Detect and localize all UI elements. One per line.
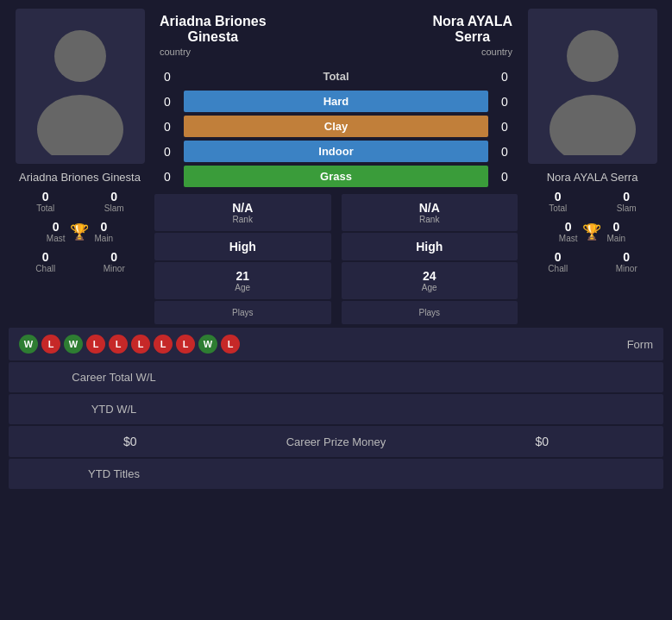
right-age-lbl: Age <box>347 283 513 292</box>
form-loss-badge: L <box>131 335 150 354</box>
left-center-panels: N/A Rank High 21 Age Plays <box>151 194 335 324</box>
left-rank-lbl: Rank <box>160 215 326 224</box>
comparison-top: Ariadna Briones Ginesta 0 Total 0 Slam 0… <box>9 9 663 324</box>
main-container: Ariadna Briones Ginesta 0 Total 0 Slam 0… <box>0 0 672 499</box>
right-mast-label: Mast <box>559 234 578 243</box>
left-indoor-surf: 0 <box>151 145 184 159</box>
form-row: WLWLLLLLWLForm <box>9 328 663 360</box>
right-rank-lbl: Rank <box>347 215 513 224</box>
right-chall-value: 0 <box>555 250 562 264</box>
right-indoor-surf: 0 <box>488 145 521 159</box>
bottom-rows: WLWLLLLLWLForm Career Total W/L YTD W/L … <box>9 328 663 489</box>
left-name-h2: Ariadna Briones Ginesta <box>160 14 267 45</box>
clay-badge: Clay <box>184 116 488 137</box>
form-loss-badge: L <box>154 335 173 354</box>
surface-rows: 0 Total 0 0 Hard 0 0 Clay 0 0 <box>151 62 521 191</box>
career-wl-row: Career Total W/L <box>9 362 663 392</box>
right-plays-lbl: Plays <box>347 308 513 317</box>
right-main-value: 0 <box>612 220 619 234</box>
form-loss-badge: L <box>176 335 195 354</box>
right-mast-cell: 0 Mast <box>559 217 578 246</box>
form-loss-badge: L <box>109 335 128 354</box>
left-clay-surf: 0 <box>151 120 184 134</box>
left-age-panel: 21 Age <box>154 262 331 299</box>
right-total-cell: 0 Total <box>524 187 592 216</box>
career-wl-label: Career Total W/L <box>19 371 209 384</box>
ytd-wl-label: YTD W/L <box>19 403 209 416</box>
grass-row: 0 Grass 0 <box>151 166 521 187</box>
right-stats-grid2: 0 Chall 0 Minor <box>521 247 663 276</box>
right-center-panels: N/A Rank High 24 Age Plays <box>338 194 522 324</box>
left-mast-cell: 0 Mast <box>47 217 66 246</box>
right-high-panel: High <box>342 233 518 260</box>
left-age-lbl: Age <box>160 283 326 292</box>
hard-badge: Hard <box>184 91 488 112</box>
indoor-badge: Indoor <box>184 141 488 162</box>
left-plays-lbl: Plays <box>160 308 326 317</box>
right-minor-label: Minor <box>616 264 637 273</box>
left-stats-grid: 0 Total 0 Slam <box>9 187 151 216</box>
left-total-cell: 0 Total <box>12 187 79 216</box>
right-age-val: 24 <box>347 269 513 283</box>
indoor-row: 0 Indoor 0 <box>151 141 521 162</box>
form-win-badge: W <box>198 335 217 354</box>
form-loss-badge: L <box>41 335 60 354</box>
career-prize-label: Career Prize Money <box>242 435 431 448</box>
left-trophy-row: 0 Mast 🏆 0 Main <box>47 216 113 247</box>
form-label: Form <box>627 338 653 351</box>
right-main-cell: 0 Main <box>606 217 625 246</box>
form-win-badge: W <box>64 335 83 354</box>
prize-right: $0 <box>431 435 654 448</box>
left-total-surf: 0 <box>151 70 184 84</box>
right-mast-value: 0 <box>565 220 572 234</box>
form-loss-badge: L <box>86 335 105 354</box>
left-player-col: Ariadna Briones Ginesta 0 Total 0 Slam 0… <box>9 9 151 324</box>
right-total-value: 0 <box>555 190 562 204</box>
right-minor-cell: 0 Minor <box>593 247 661 276</box>
ytd-titles-row: YTD Titles <box>9 459 663 489</box>
left-main-cell: 0 Main <box>94 217 113 246</box>
right-total-label: Total <box>549 204 567 213</box>
left-high-panel: High <box>154 233 331 260</box>
right-chall-label: Chall <box>548 264 568 273</box>
right-grass-surf: 0 <box>488 170 521 184</box>
left-minor-cell: 0 Minor <box>81 247 148 276</box>
left-high-val: High <box>160 240 326 254</box>
left-player-name: Ariadna Briones Ginesta <box>16 164 144 187</box>
right-main-label: Main <box>606 234 625 243</box>
left-country: country <box>160 47 191 57</box>
svg-point-2 <box>567 30 619 82</box>
left-avatar <box>16 9 145 164</box>
left-plays-panel: Plays <box>154 301 331 324</box>
right-slam-label: Slam <box>617 204 637 213</box>
hard-row: 0 Hard 0 <box>151 91 521 112</box>
ytd-titles-label: YTD Titles <box>19 467 209 480</box>
right-high-val: High <box>347 240 513 254</box>
right-country: country <box>481 47 512 57</box>
right-name-header: Nora AYALA Serra <box>433 14 512 45</box>
ytd-wl-row: YTD W/L <box>9 394 663 424</box>
left-main-value: 0 <box>100 220 107 234</box>
left-slam-value: 0 <box>110 190 117 204</box>
svg-point-0 <box>54 30 106 82</box>
form-win-badge: W <box>19 335 38 354</box>
right-hard-surf: 0 <box>488 95 521 109</box>
left-total-label: Total <box>36 204 54 213</box>
left-chall-label: Chall <box>35 264 55 273</box>
right-stats-grid: 0 Total 0 Slam <box>521 187 663 216</box>
left-mast-label: Mast <box>47 234 66 243</box>
total-row: 0 Total 0 <box>151 66 521 87</box>
left-hard-surf: 0 <box>151 95 184 109</box>
form-loss-badge: L <box>221 335 240 354</box>
grass-badge: Grass <box>184 166 488 187</box>
left-main-label: Main <box>94 234 113 243</box>
right-slam-cell: 0 Slam <box>593 187 661 216</box>
left-mast-value: 0 <box>53 220 60 234</box>
career-prize-row: $0 Career Prize Money $0 <box>9 426 663 457</box>
center-col: Ariadna Briones Ginesta Nora AYALA Serra… <box>151 9 521 324</box>
left-stats-grid2: 0 Chall 0 Minor <box>9 247 151 276</box>
left-minor-value: 0 <box>110 250 117 264</box>
right-trophy-row: 0 Mast 🏆 0 Main <box>559 216 625 247</box>
prize-left: $0 <box>19 435 242 448</box>
left-rank-panel: N/A Rank <box>154 194 331 231</box>
